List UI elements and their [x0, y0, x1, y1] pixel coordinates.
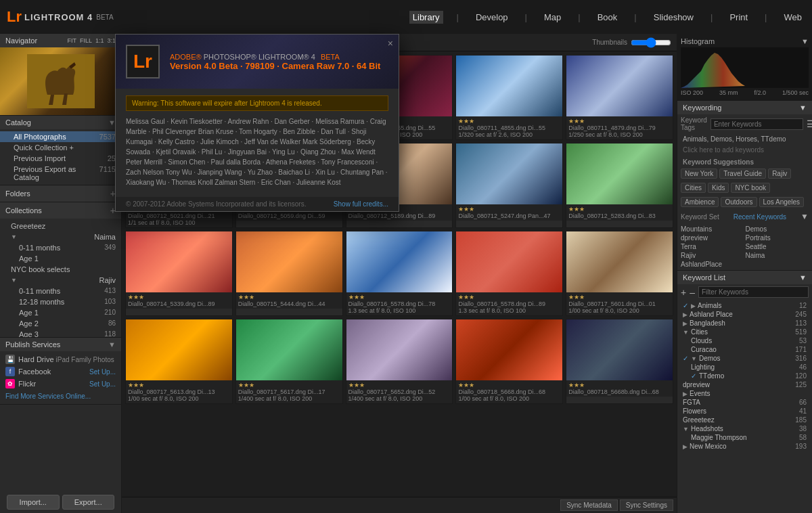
catalog-previous-import[interactable]: Previous Import 25	[0, 153, 121, 164]
kw-item-ashland[interactable]: ▶Ashland Place 245	[677, 310, 812, 319]
kw-rajiv[interactable]: Rajiv	[768, 169, 791, 179]
table-row[interactable]: ★★★ Diallo_080714_5339.dng Di...89	[125, 231, 233, 316]
collection-rajiv[interactable]: ▼Rajiv	[0, 275, 121, 286]
sync-metadata-button[interactable]: Sync Metadata	[560, 499, 618, 511]
kw-kids[interactable]: Kids	[708, 183, 729, 193]
nav-develop[interactable]: Develop	[472, 11, 512, 24]
collection-rajiv-0-11[interactable]: 0-11 months413	[0, 286, 121, 296]
catalog-quick-collection[interactable]: Quick Collection +	[0, 142, 121, 153]
table-row[interactable]: ★★★ Diallo_080715_5444.dng Di...44	[235, 231, 343, 316]
recent-demos[interactable]: Demos	[746, 225, 809, 233]
sync-settings-button[interactable]: Sync Settings	[620, 499, 673, 511]
about-close-button[interactable]: ×	[388, 38, 393, 49]
keyword-filter-input[interactable]	[698, 286, 809, 298]
table-row[interactable]: ★★★ Diallo_080718_5668.dng Di...68 1/00 …	[455, 319, 563, 404]
kw-item-ttdemo[interactable]: ✓TTdemo 120	[677, 372, 812, 380]
find-more-link[interactable]: Find More Services Online...	[5, 393, 91, 400]
recent-mountains[interactable]: Mountains	[681, 225, 744, 233]
kw-item-new-mexico[interactable]: ▶New Mexico 193	[677, 442, 812, 451]
recent-seattle[interactable]: Seattle	[746, 243, 809, 250]
kw-item-dpreview[interactable]: dpreview 125	[677, 380, 812, 389]
table-row[interactable]: ★★★ Diallo_080716_5578.dng Di...89 1.3 s…	[455, 231, 563, 316]
kw-item-cities[interactable]: ▼Cities 519	[677, 328, 812, 336]
kw-item-fgta[interactable]: FGTA 66	[677, 398, 812, 407]
kw-item-events[interactable]: ▶Events	[677, 389, 812, 398]
nav-book[interactable]: Book	[594, 11, 621, 24]
publish-header[interactable]: Publish Services ▼	[0, 338, 121, 351]
keyword-menu-icon[interactable]: ☰	[807, 118, 812, 129]
kw-item-lighting[interactable]: Lighting 46	[677, 363, 812, 372]
collection-naima[interactable]: ▼Naima	[0, 231, 121, 242]
show-full-credits-link[interactable]: Show full credits...	[334, 200, 388, 208]
recent-keywords-link[interactable]: Recent Keywords	[734, 213, 786, 221]
recent-rajiv[interactable]: Rajiv	[681, 252, 744, 259]
recent-dpreview[interactable]: dpreview	[681, 234, 744, 242]
keyword-remove-button[interactable]: –	[690, 287, 695, 298]
kw-item-curacao[interactable]: Curacao 171	[677, 345, 812, 354]
kw-item-clouds[interactable]: Clouds 53	[677, 336, 812, 345]
table-row[interactable]: ★★★ Diallo_080712_5283.dng Di...83	[566, 143, 673, 228]
recent-terra[interactable]: Terra	[681, 243, 744, 250]
kw-new-york[interactable]: New York	[681, 169, 717, 179]
table-row[interactable]: ★★★ Diallo_080717_5601.dng Di...01 1/00 …	[566, 231, 673, 316]
collection-naima-0-11[interactable]: 0-11 months349	[0, 242, 121, 253]
recent-naima[interactable]: Naima	[746, 252, 809, 259]
keyword-set-arrow[interactable]: ▼	[800, 212, 809, 221]
catalog-previous-export[interactable]: Previous Export as Catalog 7115	[0, 164, 121, 183]
find-more-services[interactable]: Find More Services Online...	[0, 390, 121, 402]
kw-item-demos[interactable]: ✓▼Demos 316	[677, 354, 812, 363]
kw-item-maggie[interactable]: Maggie Thompson 58	[677, 433, 812, 442]
keyword-add-button[interactable]: +	[681, 287, 686, 298]
zoom-fill[interactable]: FILL	[80, 37, 92, 44]
kw-nyc-book[interactable]: NYC book	[731, 183, 770, 193]
zoom-fit[interactable]: FIT	[67, 37, 76, 44]
keywording-header[interactable]: Keywording ▼	[677, 101, 812, 114]
nav-map[interactable]: Map	[541, 11, 564, 24]
table-row[interactable]: ★★★ Diallo_080711_4879.dng Di...79 1/250…	[566, 55, 673, 140]
table-row[interactable]: ★★★ Diallo_080717_5613.dng Di...13 1/00 …	[125, 319, 233, 404]
kw-item-flowers[interactable]: Flowers 41	[677, 407, 812, 416]
collection-rajiv-12-18[interactable]: 12-18 months103	[0, 296, 121, 307]
nav-library[interactable]: Library	[409, 11, 443, 24]
kw-cities[interactable]: Cities	[681, 183, 706, 193]
nav-web[interactable]: Web	[781, 11, 806, 24]
collections-header[interactable]: Collections +	[0, 202, 121, 219]
table-row[interactable]: ★★★ Diallo_080717_5652.dng Di...52 1/400…	[346, 319, 453, 404]
collection-rajiv-age1[interactable]: Age 1210	[0, 307, 121, 318]
table-row[interactable]: ★★★ Diallo_080716_5578.dng Di...78 1.3 s…	[346, 231, 453, 316]
collection-naima-age1[interactable]: Age 1	[0, 253, 121, 264]
recent-portraits[interactable]: Portraits	[746, 234, 809, 242]
keyword-input[interactable]	[710, 118, 803, 130]
publish-hd[interactable]: 💾 Hard Drive iPad Family Photos	[0, 353, 121, 365]
publish-facebook[interactable]: f Facebook Set Up...	[0, 365, 121, 378]
kw-travel-guide[interactable]: Travel Guide	[719, 169, 766, 179]
navigator-header[interactable]: Navigator FIT FILL 1:1 3:1	[0, 34, 121, 47]
table-row[interactable]: ★★★ Diallo_080718_5668b.dng Di...68	[566, 319, 673, 404]
kw-los-angeles[interactable]: Los Angeles	[759, 197, 805, 207]
kw-item-animals[interactable]: ✓▶Animals 12	[677, 301, 812, 310]
zoom-1-1[interactable]: 1:1	[95, 37, 104, 44]
keyword-list-header[interactable]: Keyword List ▼	[677, 271, 812, 284]
collection-nyc[interactable]: NYC book selects	[0, 264, 121, 275]
catalog-all-photos[interactable]: All Photographs 7537	[0, 131, 121, 142]
publish-fb-setup[interactable]: Set Up...	[89, 368, 116, 376]
publish-flickr[interactable]: ✿ Flickr Set Up...	[0, 378, 121, 390]
kw-item-bangladesh[interactable]: ▶Bangladesh 113	[677, 319, 812, 328]
thumbnail-size-slider[interactable]	[631, 37, 671, 48]
kw-ambience[interactable]: Ambience	[681, 197, 719, 207]
folders-header[interactable]: Folders +	[0, 185, 121, 202]
table-row[interactable]: ★★★ Diallo_080717_5617.dng Di...17 1/400…	[235, 319, 343, 404]
catalog-header[interactable]: Catalog ▼	[0, 116, 121, 129]
export-button[interactable]: Export...	[62, 495, 115, 510]
collection-greeeteez[interactable]: Greeeteez	[0, 221, 121, 231]
recent-ashlandplace[interactable]: AshlandPlace	[681, 261, 744, 268]
collection-rajiv-age3[interactable]: Age 3118	[0, 329, 121, 338]
collection-rajiv-age2[interactable]: Age 286	[0, 318, 121, 329]
nav-print[interactable]: Print	[726, 11, 751, 24]
kw-item-headshots[interactable]: ▼Headshots 38	[677, 424, 812, 433]
table-row[interactable]: ★★★ Diallo_080712_5247.dng Pan...47	[455, 143, 563, 228]
kw-item-greeeteez[interactable]: Greeeteez 185	[677, 416, 812, 424]
publish-fl-setup[interactable]: Set Up...	[89, 380, 116, 388]
table-row[interactable]: ★★★ Diallo_080711_4855.dng Di...55 1/320…	[455, 55, 563, 140]
nav-slideshow[interactable]: Slideshow	[650, 11, 697, 24]
